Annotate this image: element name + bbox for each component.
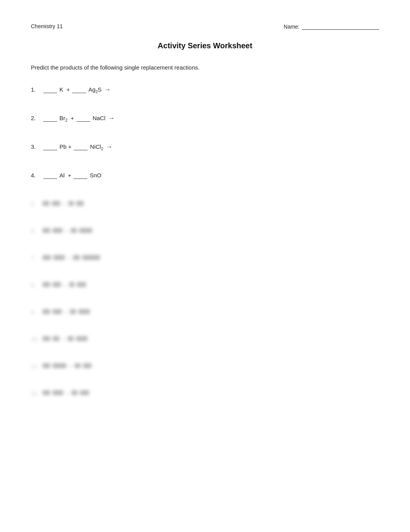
reagent-Pb: Pb + bbox=[59, 143, 71, 150]
problem-6-blurred: 6. + bbox=[31, 228, 379, 240]
problem-3: 3. Pb + NiCl2 → bbox=[31, 143, 379, 157]
blank-2a bbox=[43, 115, 57, 122]
blank-1b bbox=[72, 86, 86, 93]
blank-4b bbox=[73, 172, 87, 179]
instructions: Predict the products of the following si… bbox=[31, 64, 379, 71]
worksheet-title: Activity Series Worksheet bbox=[31, 41, 379, 50]
worksheet-page: Chemistry 11 Name: Activity Series Works… bbox=[0, 0, 410, 532]
problem-10-blurred: 10. + bbox=[31, 336, 379, 348]
problem-1: 1. K + Ag2S → bbox=[31, 86, 379, 100]
problem-1-number: 1. bbox=[31, 86, 42, 93]
problem-3-number: 3. bbox=[31, 143, 42, 150]
problem-2: 2. Br2 + NaCl → bbox=[31, 115, 379, 129]
header: Chemistry 11 Name: bbox=[31, 23, 379, 30]
name-field-area: Name: bbox=[284, 23, 379, 30]
problem-4-content: Al + SnO bbox=[42, 172, 101, 179]
problem-1-content: K + Ag2S → bbox=[42, 86, 111, 94]
blank-3b bbox=[74, 143, 88, 150]
reagent-NiCl2: NiCl2 bbox=[90, 143, 103, 151]
problem-12-blurred: 12. + bbox=[31, 390, 379, 402]
problem-5-blurred: 5. + bbox=[31, 201, 379, 213]
reagent-SnO: SnO bbox=[90, 172, 101, 178]
problem-2-content: Br2 + NaCl → bbox=[42, 115, 115, 122]
reagent-Ag2S: Ag2S bbox=[88, 86, 102, 94]
name-label: Name: bbox=[284, 24, 300, 30]
blank-3a bbox=[43, 143, 57, 150]
blank-2b bbox=[76, 115, 90, 122]
problem-4-number: 4. bbox=[31, 172, 42, 178]
blank-1a bbox=[43, 86, 57, 93]
problems-section: 1. K + Ag2S → 2. Br2 + NaCl → 3. bbox=[31, 86, 379, 417]
problem-11-blurred: 11. + bbox=[31, 363, 379, 375]
blank-4a bbox=[43, 172, 57, 179]
arrow-1: → bbox=[105, 86, 111, 93]
problem-9-blurred: 9. + bbox=[31, 309, 379, 321]
reagent-K: K + bbox=[59, 86, 70, 93]
problem-2-number: 2. bbox=[31, 115, 42, 121]
arrow-3: → bbox=[106, 143, 112, 150]
reagent-Al: Al + bbox=[59, 172, 71, 178]
course-label: Chemistry 11 bbox=[31, 23, 63, 29]
arrow-2: → bbox=[108, 115, 115, 122]
name-line bbox=[302, 23, 379, 30]
reagent-NaCl: NaCl bbox=[93, 115, 105, 121]
problem-3-content: Pb + NiCl2 → bbox=[42, 143, 112, 151]
problem-7-blurred: 7. + bbox=[31, 255, 379, 267]
problem-4: 4. Al + SnO bbox=[31, 172, 379, 186]
problem-8-blurred: 8. + bbox=[31, 282, 379, 294]
reagent-Br2: Br2 + bbox=[59, 115, 74, 122]
